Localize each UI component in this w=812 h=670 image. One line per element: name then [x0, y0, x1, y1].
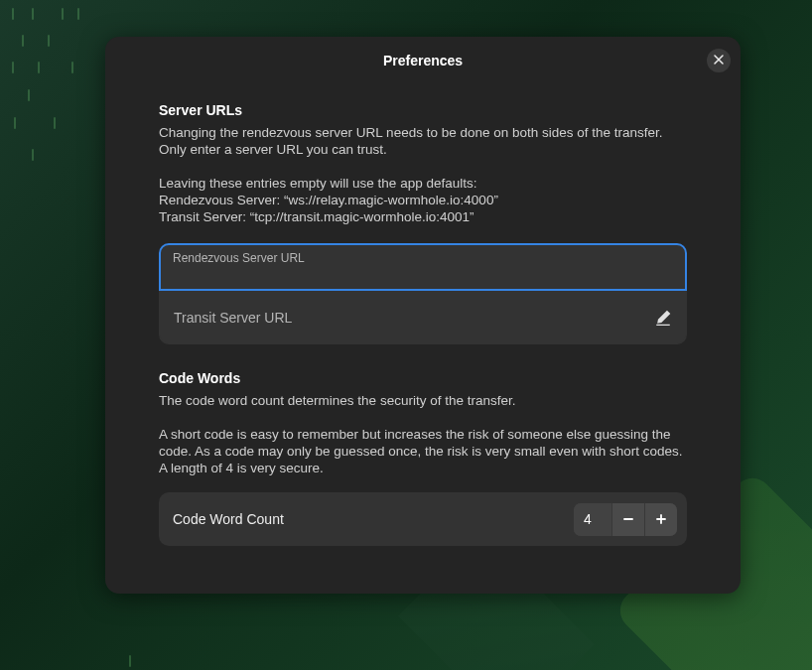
- transit-url-label: Transit Server URL: [174, 310, 654, 326]
- dialog-title: Preferences: [383, 53, 463, 68]
- decrement-button[interactable]: [611, 503, 644, 536]
- server-urls-section: Server URLs Changing the rendezvous serv…: [159, 102, 687, 344]
- code-word-count-label: Code Word Count: [173, 511, 574, 527]
- code-word-count-value[interactable]: 4: [574, 503, 611, 536]
- rendezvous-url-label: Rendezvous Server URL: [173, 251, 673, 265]
- increment-button[interactable]: [644, 503, 677, 536]
- plus-icon: [654, 512, 668, 526]
- code-words-section: Code Words The code word count determine…: [159, 370, 687, 546]
- close-button[interactable]: [707, 49, 731, 72]
- server-urls-desc2: Leaving these entries empty will use the…: [159, 175, 687, 226]
- code-words-desc2: A short code is easy to remember but inc…: [159, 426, 687, 477]
- code-words-title: Code Words: [159, 370, 687, 386]
- rendezvous-url-row[interactable]: Rendezvous Server URL: [159, 243, 687, 291]
- server-urls-desc1: Changing the rendezvous server URL needs…: [159, 124, 687, 159]
- code-words-desc1: The code word count determines the secur…: [159, 392, 687, 409]
- preferences-dialog: Preferences Server URLs Changing the ren…: [105, 37, 741, 594]
- close-icon: [713, 53, 725, 68]
- code-word-count-row: Code Word Count 4: [159, 492, 687, 546]
- code-word-count-stepper: 4: [574, 503, 677, 536]
- rendezvous-url-input[interactable]: [173, 267, 673, 283]
- minus-icon: [621, 512, 635, 526]
- transit-url-row[interactable]: Transit Server URL: [159, 291, 687, 344]
- dialog-header: Preferences: [105, 37, 741, 84]
- edit-icon: [654, 309, 672, 327]
- server-urls-title: Server URLs: [159, 102, 687, 118]
